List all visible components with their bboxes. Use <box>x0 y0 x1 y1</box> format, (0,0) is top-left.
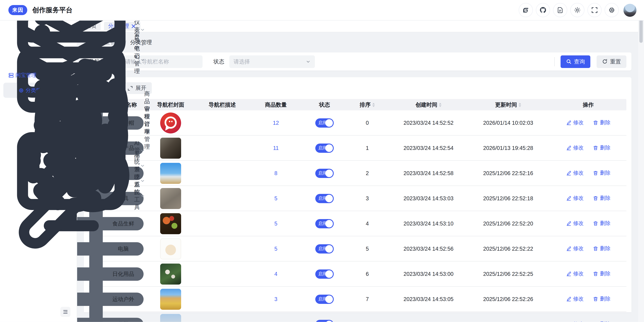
product-count-link[interactable]: 5 <box>274 246 278 252</box>
toggle-knob <box>325 169 333 177</box>
actions-cell: 修改删除 <box>550 321 626 322</box>
header-actions <box>519 3 636 17</box>
fullscreen-button[interactable] <box>588 3 602 17</box>
chevron-down-icon <box>140 148 145 153</box>
actions-cell: 修改删除 <box>550 170 626 177</box>
caret-up-icon <box>519 103 521 104</box>
trash-icon <box>593 246 598 251</box>
edit-button[interactable]: 修改 <box>566 195 584 202</box>
delete-button[interactable]: 删除 <box>593 170 610 177</box>
status-toggle[interactable]: 启用 <box>315 169 334 178</box>
status-toggle[interactable]: 启用 <box>315 269 334 278</box>
edit-button[interactable]: 修改 <box>566 119 584 126</box>
document-button[interactable] <box>553 3 567 17</box>
edit-icon <box>566 296 572 302</box>
sort-carets[interactable] <box>372 103 375 107</box>
app-window: 来因 创作服务平台 仪表盘会员中心笔记管理闲宝管理分类管理商品管理审核管理订单管… <box>0 0 644 322</box>
delete-button[interactable]: 删除 <box>593 119 610 126</box>
theme-button[interactable] <box>570 3 584 17</box>
trash-icon <box>593 145 598 151</box>
delete-label: 删除 <box>600 295 611 303</box>
toggle-knob <box>325 195 333 202</box>
delete-button[interactable]: 删除 <box>593 144 610 152</box>
product-count-link[interactable]: 4 <box>274 271 278 277</box>
status-toggle[interactable]: 启用 <box>315 219 334 228</box>
settings-button[interactable] <box>604 3 619 17</box>
cover-image <box>160 163 181 184</box>
product-count-link[interactable]: 5 <box>274 321 278 322</box>
edit-button[interactable]: 修改 <box>566 144 584 152</box>
product-count-link[interactable]: 12 <box>273 120 279 126</box>
column-header-排序[interactable]: 排序 <box>344 101 391 108</box>
github-button[interactable] <box>536 3 550 17</box>
created-cell: 2023/03/24 14:52:56 <box>391 246 466 252</box>
updated-time: 2025/12/06 22:52:16 <box>483 170 533 176</box>
updated-time: 2025/12/06 22:52:25 <box>483 271 533 277</box>
fullscreen-icon <box>591 7 598 14</box>
status-toggle[interactable]: 启用 <box>315 244 334 253</box>
created-time: 2023/03/24 14:52:56 <box>404 246 454 252</box>
table-row: 电脑5启用52023/03/24 14:52:562025/12/06 22:5… <box>89 236 626 261</box>
status-toggle[interactable]: 启用 <box>315 194 334 203</box>
collapse-sidebar-button[interactable] <box>60 307 70 317</box>
status-select[interactable]: 请选择 <box>230 55 315 68</box>
created-time: 2023/03/24 14:53:03 <box>404 195 454 202</box>
edit-button[interactable]: 修改 <box>566 270 584 277</box>
product-count-link[interactable]: 3 <box>274 296 278 302</box>
table-card: 新建 展开 导航栏名称导航栏封面导航栏描述商品数量状态排序创建时间更新时间操作 … <box>84 77 632 312</box>
column-header-状态: 状态 <box>305 101 344 108</box>
edit-label: 修改 <box>573 119 584 126</box>
created-cell: 2023/03/24 14:53:03 <box>391 195 466 202</box>
column-header-创建时间[interactable]: 创建时间 <box>391 101 466 108</box>
edit-button[interactable]: 修改 <box>566 170 584 177</box>
cover-image <box>160 263 181 284</box>
cover-image <box>160 288 181 309</box>
trash-icon <box>593 221 598 226</box>
expand-row-button[interactable] <box>92 321 100 322</box>
theme-icon <box>574 7 581 14</box>
app-logo[interactable]: 来因 <box>8 5 27 15</box>
product-count-link[interactable]: 5 <box>274 195 278 202</box>
user-avatar[interactable] <box>624 4 636 17</box>
sort-value: 5 <box>366 246 369 252</box>
reset-button[interactable]: 重置 <box>597 55 626 68</box>
product-count-link[interactable]: 8 <box>274 170 278 176</box>
sort-carets[interactable] <box>519 103 521 107</box>
column-header-更新时间[interactable]: 更新时间 <box>466 101 550 108</box>
delete-button[interactable]: 删除 <box>593 321 610 322</box>
search-button[interactable]: 查询 <box>561 55 590 68</box>
sort-carets[interactable] <box>439 103 442 107</box>
updated-cell: 2026/01/14 10:02:03 <box>466 120 550 126</box>
sort-cell: 6 <box>344 271 391 277</box>
created-cell: 2023/03/24 14:52:52 <box>391 120 466 126</box>
product-count-link[interactable]: 11 <box>273 145 279 151</box>
edit-button[interactable]: 修改 <box>566 321 584 322</box>
status-toggle[interactable]: 启用 <box>315 118 334 127</box>
delete-button[interactable]: 删除 <box>593 295 610 303</box>
delete-button[interactable]: 删除 <box>593 245 610 252</box>
sort-value: 8 <box>366 321 369 322</box>
status-toggle[interactable]: 启用 <box>315 143 334 153</box>
status-toggle[interactable]: 启用 <box>315 320 334 322</box>
count-cell: 5 <box>246 321 305 322</box>
status-cell: 启用 <box>305 269 344 278</box>
count-cell: 5 <box>246 195 305 202</box>
status-toggle[interactable]: 启用 <box>315 294 334 304</box>
document-icon <box>557 7 564 14</box>
created-cell: 2023/03/24 14:53:05 <box>391 296 466 302</box>
delete-button[interactable]: 删除 <box>593 195 610 202</box>
delete-label: 删除 <box>600 220 611 227</box>
edit-button[interactable]: 修改 <box>566 220 584 227</box>
sidebar-item-系统工具[interactable]: 系统工具 <box>0 189 77 204</box>
sort-cell: 5 <box>344 246 391 252</box>
product-count-link[interactable]: 5 <box>274 220 278 227</box>
actions-cell: 修改删除 <box>550 295 626 303</box>
status-cell: 启用 <box>305 194 344 203</box>
delete-button[interactable]: 删除 <box>593 220 610 227</box>
edit-button[interactable]: 修改 <box>566 245 584 252</box>
sort-value: 6 <box>366 271 369 277</box>
delete-button[interactable]: 删除 <box>593 270 610 277</box>
gitee-button[interactable] <box>519 3 533 17</box>
edit-button[interactable]: 修改 <box>566 295 584 303</box>
trash-icon <box>593 170 598 176</box>
